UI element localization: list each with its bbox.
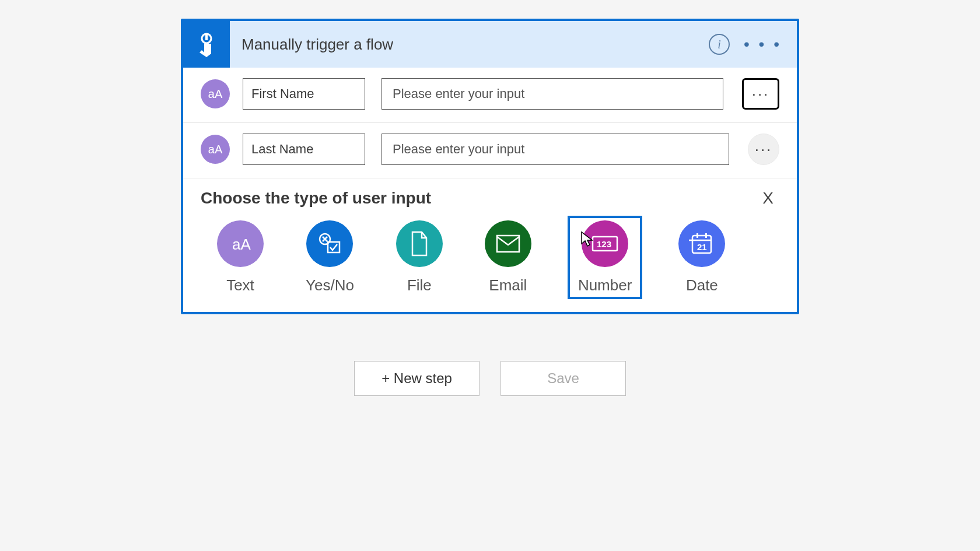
svg-rect-6 <box>328 242 340 252</box>
type-text[interactable]: aA Text <box>211 216 270 299</box>
info-icon[interactable]: i <box>709 34 730 55</box>
text-icon: aA <box>217 220 264 267</box>
file-icon <box>396 220 443 267</box>
trigger-body: aA ··· aA ··· Choose the type of user in… <box>183 68 797 312</box>
type-grid: aA Text <box>201 216 779 299</box>
trigger-card: Manually trigger a flow i • • • aA ··· a… <box>181 19 799 314</box>
new-step-button[interactable]: + New step <box>354 361 480 396</box>
trigger-header: Manually trigger a flow i • • • <box>183 21 797 68</box>
trigger-icon <box>183 21 230 68</box>
type-yesno[interactable]: Yes/No <box>300 216 360 299</box>
input-row: aA ··· <box>183 123 797 178</box>
footer-buttons: + New step Save <box>181 361 799 396</box>
chooser-title: Choose the type of user input <box>201 189 431 208</box>
type-label: Date <box>686 276 718 294</box>
yesno-icon <box>306 220 353 267</box>
svg-text:aA: aA <box>232 236 251 253</box>
trigger-menu-button[interactable]: • • • <box>744 36 782 52</box>
input-label-field[interactable] <box>243 134 365 165</box>
input-type-chooser: Choose the type of user input X aA Text <box>183 178 797 312</box>
input-row: aA ··· <box>183 68 797 123</box>
type-file[interactable]: File <box>390 216 449 299</box>
number-icon: 123 <box>582 220 628 267</box>
email-icon <box>485 220 531 267</box>
type-label: Yes/No <box>306 276 354 294</box>
svg-rect-7 <box>497 236 519 252</box>
text-type-icon: aA <box>201 135 230 164</box>
type-label: Number <box>578 276 632 294</box>
input-label-field[interactable] <box>243 78 365 110</box>
type-number[interactable]: 123 Number <box>568 216 642 299</box>
svg-text:21: 21 <box>697 242 707 252</box>
type-label: Email <box>489 276 527 294</box>
type-email[interactable]: Email <box>479 216 537 299</box>
svg-rect-1 <box>205 34 208 40</box>
svg-rect-12 <box>696 233 698 238</box>
type-label: Text <box>226 276 254 294</box>
svg-text:123: 123 <box>597 239 611 249</box>
input-value-field[interactable] <box>382 134 729 165</box>
save-button[interactable]: Save <box>501 361 626 396</box>
input-value-field[interactable] <box>382 78 723 110</box>
input-menu-button[interactable]: ··· <box>748 134 779 165</box>
trigger-title: Manually trigger a flow <box>230 36 709 54</box>
type-date[interactable]: 21 Date <box>673 216 731 299</box>
date-icon: 21 <box>678 220 725 267</box>
type-label: File <box>407 276 432 294</box>
close-icon[interactable]: X <box>757 189 779 208</box>
text-type-icon: aA <box>201 79 230 108</box>
input-menu-button[interactable]: ··· <box>742 78 779 110</box>
svg-rect-13 <box>705 233 707 238</box>
